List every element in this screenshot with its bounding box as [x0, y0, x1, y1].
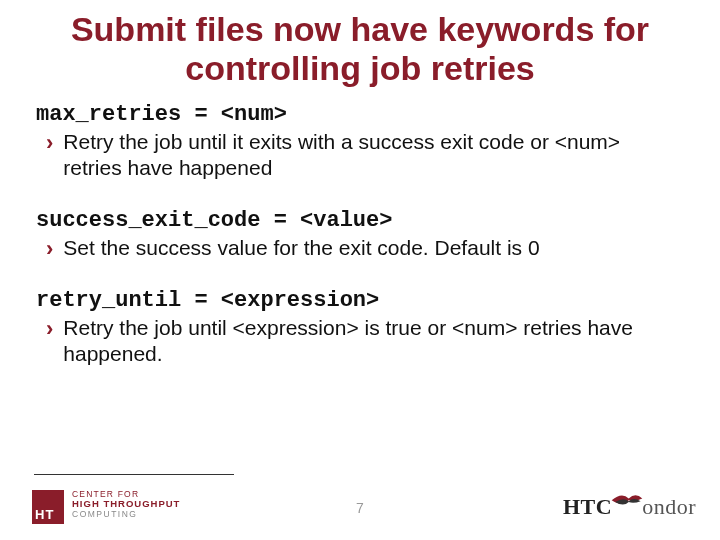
chevron-right-icon: › — [46, 129, 53, 157]
code-success-exit: success_exit_code = <value> — [36, 208, 684, 233]
footer-divider — [34, 474, 234, 475]
bullet-max-retries: › Retry the job until it exits with a su… — [46, 129, 684, 182]
page-title: Submit files now have keywords for contr… — [0, 0, 720, 102]
desc-success-exit: Set the success value for the exit code.… — [63, 235, 539, 261]
logo-line3: COMPUTING — [72, 510, 180, 519]
chevron-right-icon: › — [46, 235, 53, 263]
logo-htc-light: ondor — [642, 494, 696, 520]
code-retry-until: retry_until = <expression> — [36, 288, 684, 313]
logo-htc-bold: HTC — [563, 494, 612, 520]
chevron-right-icon: › — [46, 315, 53, 343]
bullet-retry-until: › Retry the job until <expression> is tr… — [46, 315, 684, 368]
slide: Submit files now have keywords for contr… — [0, 0, 720, 540]
page-number: 7 — [356, 500, 364, 516]
footer: HT CENTER FOR HIGH THROUGHPUT COMPUTING … — [0, 480, 720, 530]
desc-max-retries: Retry the job until it exits with a succ… — [63, 129, 684, 182]
ht-badge-icon: HT — [32, 490, 64, 524]
ht-badge-text: CENTER FOR HIGH THROUGHPUT COMPUTING — [72, 490, 180, 519]
bird-icon — [610, 490, 644, 514]
logo-htc-center: HT CENTER FOR HIGH THROUGHPUT COMPUTING — [32, 490, 180, 524]
desc-retry-until: Retry the job until <expression> is true… — [63, 315, 684, 368]
code-max-retries: max_retries = <num> — [36, 102, 684, 127]
logo-htcondor: HTC ondor — [563, 490, 696, 524]
bullet-success-exit: › Set the success value for the exit cod… — [46, 235, 684, 263]
